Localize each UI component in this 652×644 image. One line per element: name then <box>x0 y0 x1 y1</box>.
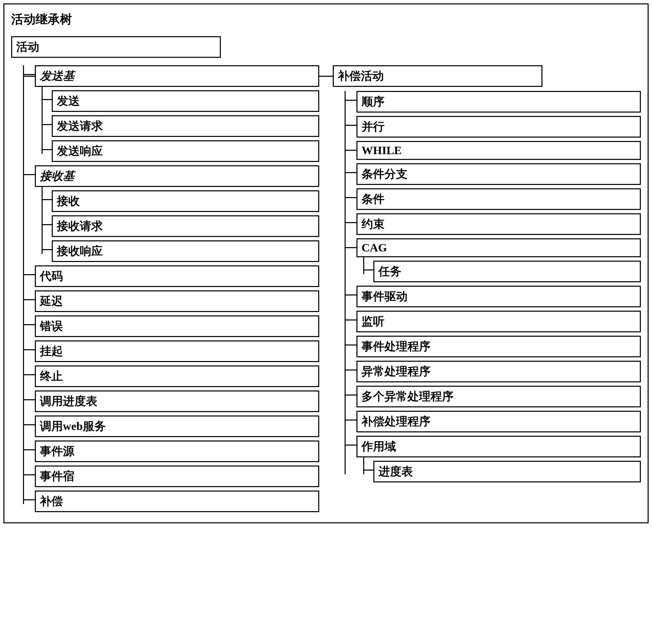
node-receive: 接收 <box>52 190 319 212</box>
node-receive-response: 接收响应 <box>52 240 319 262</box>
root-activity: 活动 <box>11 36 221 58</box>
node-suspend: 挂起 <box>35 340 319 362</box>
node-cond-branch: 条件分支 <box>356 163 641 185</box>
node-event-source: 事件源 <box>35 440 319 462</box>
node-receive-request: 接收请求 <box>52 215 319 237</box>
node-event-sink: 事件宿 <box>35 466 319 487</box>
node-cag: CAG 任务 <box>356 238 641 282</box>
node-error: 错误 <box>35 315 319 337</box>
node-terminate: 终止 <box>35 365 319 387</box>
node-delay: 延迟 <box>35 290 319 312</box>
node-comp-activity: 补偿活动 <box>333 65 542 87</box>
node-receive-base: 接收基 接收 接收请求 接收响应 <box>35 165 319 262</box>
node-event-driven: 事件驱动 <box>356 286 641 307</box>
node-schedule: 进度表 <box>373 461 641 482</box>
node-parallel: 并行 <box>356 116 641 138</box>
node-task: 任务 <box>373 261 641 282</box>
node-send-base: 发送基 发送 发送请求 发送响应 <box>35 65 319 162</box>
node-invoke-schedule: 调用进度表 <box>35 390 319 412</box>
diagram-frame: 活动继承树 活动 发送基 发送 发送请求 发送响应 接 <box>3 3 649 523</box>
columns-wrapper: 发送基 发送 发送请求 发送响应 接收基 接收 接收请求 接收响应 <box>11 62 641 512</box>
node-comp-handler: 补偿处理程序 <box>356 411 641 432</box>
node-constraint: 约束 <box>356 213 641 235</box>
node-compensate: 补偿 <box>35 491 319 512</box>
node-event-handler: 事件处理程序 <box>356 336 641 357</box>
left-column: 发送基 发送 发送请求 发送响应 接收基 接收 接收请求 接收响应 <box>11 62 319 512</box>
node-send: 发送 <box>52 90 319 112</box>
node-while: WHILE <box>356 141 641 160</box>
node-multi-exception-handler: 多个异常处理程序 <box>356 386 641 407</box>
diagram-title: 活动继承树 <box>11 11 641 28</box>
node-cond: 条件 <box>356 188 641 210</box>
node-listen: 监听 <box>356 311 641 332</box>
node-invoke-web: 调用web服务 <box>35 415 319 437</box>
tree-root-area: 活动 发送基 发送 发送请求 发送响应 接收基 <box>11 36 641 512</box>
node-send-response: 发送响应 <box>52 140 319 162</box>
right-column: 补偿活动 顺序 并行 WHILE 条件分支 条件 约束 CAG 任务 事件驱动 <box>333 62 641 482</box>
node-exception-handler: 异常处理程序 <box>356 361 641 382</box>
node-send-request: 发送请求 <box>52 115 319 137</box>
node-sequence: 顺序 <box>356 91 641 113</box>
node-scope: 作用域 进度表 <box>356 436 641 482</box>
node-code: 代码 <box>35 265 319 287</box>
